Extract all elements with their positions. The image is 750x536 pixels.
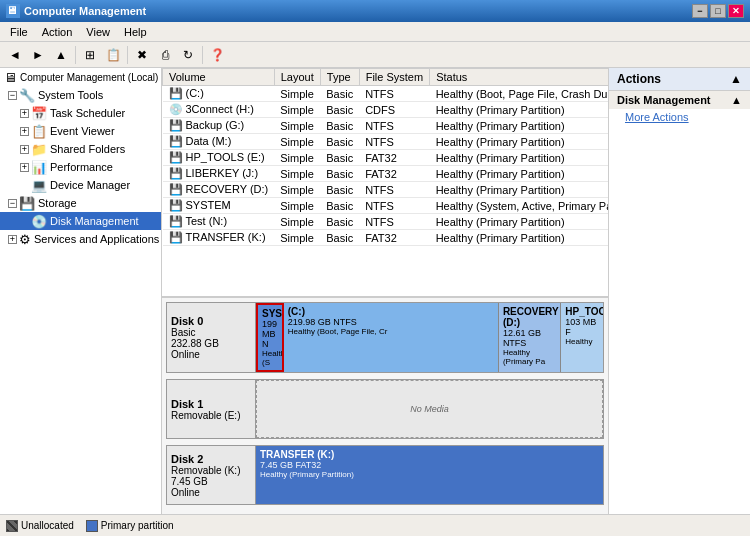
tree-item-task-scheduler[interactable]: + 📅 Task Scheduler	[0, 104, 161, 122]
delete-button[interactable]: ✖	[131, 44, 153, 66]
minimize-button[interactable]: −	[692, 4, 708, 18]
cell-fs: CDFS	[359, 102, 429, 118]
table-row[interactable]: 💾(C:) Simple Basic NTFS Healthy (Boot, P…	[163, 86, 609, 102]
tree-label-shared-folders: Shared Folders	[50, 143, 125, 155]
actions-section-collapse-icon[interactable]: ▲	[731, 94, 742, 106]
expander-event-viewer[interactable]: +	[20, 127, 29, 136]
up-button[interactable]: ▲	[50, 44, 72, 66]
partition-status: Healthy (Boot, Page File, Cr	[288, 327, 494, 336]
table-row[interactable]: 💾Backup (G:) Simple Basic NTFS Healthy (…	[163, 118, 609, 134]
tree-label-performance: Performance	[50, 161, 113, 173]
volume-icon: 💾	[169, 87, 183, 99]
help-button[interactable]: ❓	[206, 44, 228, 66]
partition[interactable]: HP_TOO 103 MB F Healthy	[561, 303, 603, 372]
table-row[interactable]: 💿3Connect (H:) Simple Basic CDFS Healthy…	[163, 102, 609, 118]
partition[interactable]: RECOVERY (D:) 12.61 GB NTFS Healthy (Pri…	[499, 303, 561, 372]
cell-volume: 💾RECOVERY (D:)	[163, 182, 275, 198]
expander-system-tools[interactable]: −	[8, 91, 17, 100]
cell-type: Basic	[320, 166, 359, 182]
toolbar-sep2	[127, 46, 128, 64]
maximize-button[interactable]: □	[710, 4, 726, 18]
left-panel: 🖥 Computer Management (Local) − 🔧 System…	[0, 68, 162, 514]
col-layout[interactable]: Layout	[274, 69, 320, 86]
show-hide-button[interactable]: ⊞	[79, 44, 101, 66]
actions-section-disk-management[interactable]: Disk Management ▲	[609, 91, 750, 109]
disk-size: 232.88 GB	[171, 338, 251, 349]
expander-performance[interactable]: +	[20, 163, 29, 172]
table-row[interactable]: 💾Data (M:) Simple Basic NTFS Healthy (Pr…	[163, 134, 609, 150]
expander-shared-folders[interactable]: +	[20, 145, 29, 154]
partition[interactable]: SYSTEM 199 MB N Healthy (S	[256, 303, 284, 372]
volume-icon: 💾	[169, 199, 183, 211]
table-row[interactable]: 💾LIBERKEY (J:) Simple Basic FAT32 Health…	[163, 166, 609, 182]
cell-layout: Simple	[274, 198, 320, 214]
tree-item-storage[interactable]: − 💾 Storage	[0, 194, 161, 212]
close-button[interactable]: ✕	[728, 4, 744, 18]
export-button[interactable]: ⎙	[154, 44, 176, 66]
tree-item-root[interactable]: 🖥 Computer Management (Local)	[0, 68, 161, 86]
actions-title: Actions	[617, 72, 661, 86]
main-layout: 🖥 Computer Management (Local) − 🔧 System…	[0, 68, 750, 514]
volume-icon: 💾	[169, 231, 183, 243]
tree-item-disk-management[interactable]: 💿 Disk Management	[0, 212, 161, 230]
partition[interactable]: TRANSFER (K:) 7.45 GB FAT32 Healthy (Pri…	[256, 446, 603, 504]
disk-info: Disk 0 Basic 232.88 GB Online	[166, 302, 256, 373]
col-fs[interactable]: File System	[359, 69, 429, 86]
back-button[interactable]: ◄	[4, 44, 26, 66]
title-bar: 🖥 Computer Management − □ ✕	[0, 0, 750, 22]
tree-item-system-tools[interactable]: − 🔧 System Tools	[0, 86, 161, 104]
disk-info: Disk 1 Removable (E:)	[166, 379, 256, 439]
partition[interactable]: (C:) 219.98 GB NTFS Healthy (Boot, Page …	[284, 303, 499, 372]
tree-label-device-manager: Device Manager	[50, 179, 130, 191]
cell-status: Healthy (Primary Partition)	[430, 134, 608, 150]
volume-icon: 💾	[169, 183, 183, 195]
disk-status: Online	[171, 487, 251, 498]
expander-storage[interactable]: −	[8, 199, 17, 208]
tree-item-device-manager[interactable]: 💻 Device Manager	[0, 176, 161, 194]
menu-view[interactable]: View	[80, 24, 116, 40]
actions-collapse-icon[interactable]: ▲	[730, 72, 742, 86]
legend-unallocated: Unallocated	[6, 520, 74, 532]
disk-size: 7.45 GB	[171, 476, 251, 487]
menu-file[interactable]: File	[4, 24, 34, 40]
legend-primary-box	[86, 520, 98, 532]
cell-layout: Simple	[274, 230, 320, 246]
table-row[interactable]: 💾RECOVERY (D:) Simple Basic NTFS Healthy…	[163, 182, 609, 198]
refresh-button[interactable]: ↻	[177, 44, 199, 66]
disk-partitions: SYSTEM 199 MB N Healthy (S (C:) 219.98 G…	[256, 302, 604, 373]
partition-status: Healthy (Primary Pa	[503, 348, 556, 366]
disk-row: Disk 2 Removable (K:) 7.45 GB Online TRA…	[166, 445, 604, 505]
menu-action[interactable]: Action	[36, 24, 79, 40]
cell-layout: Simple	[274, 134, 320, 150]
tree-item-services[interactable]: + ⚙ Services and Applications	[0, 230, 161, 248]
expander-services[interactable]: +	[8, 235, 17, 244]
tree-item-shared-folders[interactable]: + 📁 Shared Folders	[0, 140, 161, 158]
app-icon: 🖥	[6, 4, 20, 18]
actions-header: Actions ▲	[609, 68, 750, 91]
table-row[interactable]: 💾Test (N:) Simple Basic NTFS Healthy (Pr…	[163, 214, 609, 230]
tree-item-event-viewer[interactable]: + 📋 Event Viewer	[0, 122, 161, 140]
col-status[interactable]: Status	[430, 69, 608, 86]
expander-task-scheduler[interactable]: +	[20, 109, 29, 118]
table-row[interactable]: 💾TRANSFER (K:) Simple Basic FAT32 Health…	[163, 230, 609, 246]
tree-item-performance[interactable]: + 📊 Performance	[0, 158, 161, 176]
cell-fs: NTFS	[359, 198, 429, 214]
partition-size: 219.98 GB NTFS	[288, 317, 494, 327]
cell-volume: 💿3Connect (H:)	[163, 102, 275, 118]
col-volume[interactable]: Volume	[163, 69, 275, 86]
properties-button[interactable]: 📋	[102, 44, 124, 66]
disk-table-container[interactable]: Volume Layout Type File System Status Ca…	[162, 68, 608, 298]
forward-button[interactable]: ►	[27, 44, 49, 66]
cell-status: Healthy (Primary Partition)	[430, 166, 608, 182]
table-row[interactable]: 💾SYSTEM Simple Basic NTFS Healthy (Syste…	[163, 198, 609, 214]
table-row[interactable]: 💾HP_TOOLS (E:) Simple Basic FAT32 Health…	[163, 150, 609, 166]
disk-management-icon: 💿	[31, 214, 47, 229]
partition[interactable]: No Media	[256, 380, 603, 438]
disk-table-body: 💾(C:) Simple Basic NTFS Healthy (Boot, P…	[163, 86, 609, 246]
menu-help[interactable]: Help	[118, 24, 153, 40]
more-actions-link[interactable]: More Actions	[609, 109, 750, 125]
partition-size: 7.45 GB FAT32	[260, 460, 599, 470]
disk-partitions: TRANSFER (K:) 7.45 GB FAT32 Healthy (Pri…	[256, 445, 604, 505]
performance-icon: 📊	[31, 160, 47, 175]
col-type[interactable]: Type	[320, 69, 359, 86]
